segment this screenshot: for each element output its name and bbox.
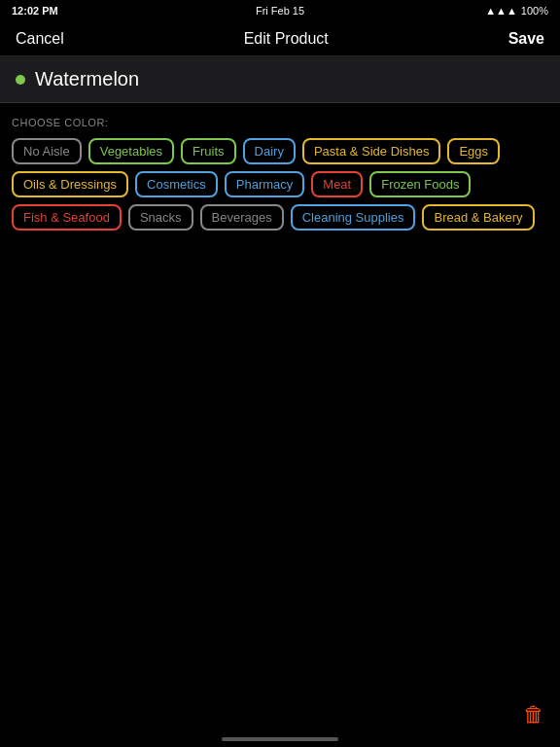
tags-container: No AisleVegetablesFruitsDairyPasta & Sid… [12, 138, 548, 231]
tag-fruits[interactable]: Fruits [181, 138, 236, 164]
nav-bar: Cancel Edit Product Save [0, 21, 560, 56]
product-header: Watermelon [0, 56, 560, 103]
product-color-dot [16, 75, 25, 85]
nav-title: Edit Product [244, 30, 329, 48]
save-button[interactable]: Save [508, 30, 544, 48]
status-time: 12:02 PM [12, 5, 58, 17]
bottom-bar: 🗑 [523, 702, 544, 728]
tag-no-aisle[interactable]: No Aisle [12, 138, 82, 164]
tag-meat[interactable]: Meat [311, 171, 363, 197]
color-section: CHOOSE COLOR: No AisleVegetablesFruitsDa… [0, 103, 560, 242]
tag-cleaning-supplies[interactable]: Cleaning Supplies [291, 204, 416, 231]
home-indicator [222, 737, 338, 741]
color-section-label: CHOOSE COLOR: [12, 117, 548, 128]
wifi-icon: ▲▲▲ [485, 5, 517, 17]
tag-pasta---side-dishes[interactable]: Pasta & Side Dishes [302, 138, 441, 164]
tag-cosmetics[interactable]: Cosmetics [135, 171, 218, 197]
tag-dairy[interactable]: Dairy [243, 138, 296, 164]
tag-bread---bakery[interactable]: Bread & Bakery [422, 204, 534, 231]
product-name: Watermelon [35, 68, 139, 90]
status-date: Fri Feb 15 [256, 5, 304, 17]
tag-frozen-foods[interactable]: Frozen Foods [369, 171, 471, 197]
tag-snacks[interactable]: Snacks [128, 204, 193, 231]
cancel-button[interactable]: Cancel [16, 30, 64, 48]
tag-fish---seafood[interactable]: Fish & Seafood [12, 204, 122, 231]
status-bar: 12:02 PM Fri Feb 15 ▲▲▲ 100% [0, 0, 560, 21]
tag-oils---dressings[interactable]: Oils & Dressings [12, 171, 128, 197]
tag-vegetables[interactable]: Vegetables [88, 138, 174, 164]
tag-eggs[interactable]: Eggs [447, 138, 500, 164]
tag-beverages[interactable]: Beverages [200, 204, 284, 231]
delete-icon[interactable]: 🗑 [523, 702, 544, 727]
tag-pharmacy[interactable]: Pharmacy [225, 171, 305, 197]
battery-indicator: 100% [521, 5, 548, 17]
status-indicators: ▲▲▲ 100% [485, 5, 548, 17]
